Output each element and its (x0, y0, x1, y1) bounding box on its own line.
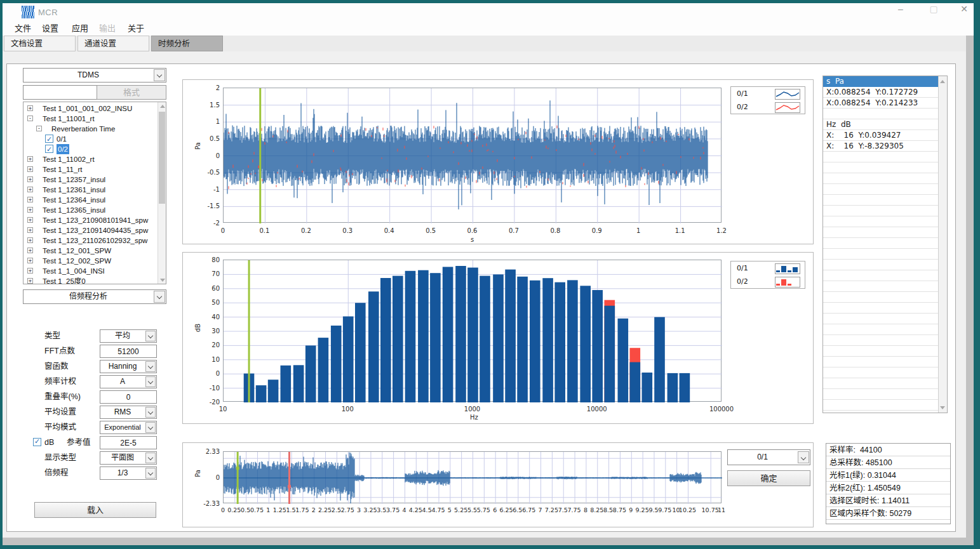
readout-row[interactable] (823, 195, 939, 206)
readout-row[interactable]: X: 16 Y:0.039427 (823, 130, 939, 141)
tree-item[interactable]: +Test 1_12_002_SPW (23, 256, 159, 266)
tree-item[interactable]: +Test 1_12357_insul (23, 175, 159, 185)
chevron-down-icon[interactable] (145, 468, 156, 479)
octave-plot[interactable] (223, 260, 722, 402)
scroll-down-arrow[interactable] (158, 276, 166, 284)
expander-minus-icon[interactable]: - (36, 126, 42, 131)
chevron-down-icon[interactable] (154, 69, 165, 81)
filter-input[interactable] (23, 85, 97, 100)
expander-plus-icon[interactable]: + (27, 268, 33, 274)
field-select-1[interactable]: 平均 (100, 329, 157, 343)
field-input-5[interactable] (100, 390, 157, 404)
close-button[interactable]: ✕ (955, 1, 974, 17)
expander-plus-icon[interactable]: + (27, 207, 33, 213)
expander-plus-icon[interactable]: + (27, 197, 33, 202)
tree-item[interactable]: +Test 1_123_211026102932_spw (23, 235, 159, 246)
overview-plot[interactable] (223, 451, 722, 503)
readout-row[interactable] (823, 109, 939, 119)
tree-item[interactable]: +Test 1_1_004_INSI (23, 266, 159, 276)
chevron-down-icon[interactable] (154, 291, 165, 303)
legend-row[interactable]: 0/1 (731, 262, 805, 275)
tree-item[interactable]: +Test 1_12_001_SPW (23, 246, 159, 256)
readout-row[interactable] (823, 184, 939, 195)
tree-item[interactable]: ✓0/1 (23, 134, 159, 144)
readout-row[interactable]: X:0.088254 Y:0.172729 (823, 87, 939, 98)
expander-plus-icon[interactable]: + (27, 217, 33, 223)
chevron-down-icon[interactable] (798, 451, 809, 463)
field-select-4[interactable]: A (100, 375, 157, 388)
scroll-up-arrow[interactable] (939, 77, 947, 85)
menu-item-3[interactable]: 应用 (69, 21, 91, 36)
chevron-down-icon[interactable] (145, 407, 156, 418)
readout-row[interactable] (823, 216, 939, 227)
scroll-down-arrow[interactable] (939, 404, 947, 411)
legend-row[interactable]: 0/2 (731, 101, 805, 114)
readout-row[interactable] (823, 238, 939, 249)
expander-plus-icon[interactable]: + (27, 105, 33, 111)
chevron-down-icon[interactable] (145, 422, 156, 433)
readout-row[interactable] (823, 378, 939, 389)
readout-row[interactable]: X: 16 Y:-8.329305 (823, 141, 939, 152)
tree-item[interactable]: ✓0/2 (23, 144, 159, 154)
tree-item[interactable]: +Test 1_12364_insul (23, 195, 159, 205)
checkbox[interactable]: ✓ (45, 135, 53, 143)
scroll-up-arrow[interactable] (158, 102, 166, 110)
chevron-down-icon[interactable] (145, 331, 156, 341)
readout-row[interactable] (823, 346, 939, 357)
tree-item[interactable]: +Test 1_123_210908101941_spw (23, 215, 159, 225)
readout-row[interactable] (823, 367, 939, 378)
tree-item[interactable]: +Test 1_12361_insul (23, 185, 159, 195)
readout-row[interactable] (823, 303, 939, 314)
confirm-button[interactable]: 确定 (727, 470, 810, 486)
expander-plus-icon[interactable]: + (27, 248, 33, 253)
field-select-7[interactable]: Exponential (100, 421, 157, 434)
readout-row[interactable] (823, 152, 939, 162)
readout-scrollbar[interactable] (938, 76, 947, 413)
expander-plus-icon[interactable]: + (27, 258, 33, 263)
expander-plus-icon[interactable]: + (27, 156, 33, 162)
readout-row[interactable] (823, 357, 939, 367)
tree-item[interactable]: +Test 1_12365_insul (23, 205, 159, 215)
expander-plus-icon[interactable]: + (27, 227, 33, 233)
file-tree[interactable]: +Test 1_001_001_002_INSU-Test 1_11001_rt… (23, 102, 166, 284)
scrollbar-thumb[interactable] (159, 112, 165, 204)
tab-2[interactable]: 通道设置 (77, 36, 149, 51)
readout-row[interactable] (823, 227, 939, 238)
format-button[interactable]: 格式 (97, 85, 166, 100)
db-checkbox[interactable]: ✓ (33, 438, 41, 446)
expander-plus-icon[interactable]: + (27, 278, 33, 284)
tree-item[interactable]: +Test 1_123_210914094435_spw (23, 225, 159, 235)
expander-plus-icon[interactable]: + (27, 176, 33, 182)
field-select-10[interactable]: 1/3 (100, 466, 157, 480)
chevron-down-icon[interactable] (145, 361, 156, 372)
maximize-button[interactable]: ▢ (924, 1, 943, 17)
chevron-down-icon[interactable] (145, 376, 156, 387)
checkbox[interactable]: ✓ (45, 145, 53, 153)
tab-3[interactable]: 时频分析 (151, 36, 223, 51)
readout-row[interactable]: s Pa (823, 76, 939, 87)
readout-row[interactable] (823, 206, 939, 216)
menu-item-1[interactable]: 文件 (12, 21, 34, 36)
readout-row[interactable] (823, 400, 939, 411)
readout-row[interactable] (823, 335, 939, 346)
menu-item-2[interactable]: 设置 (39, 21, 61, 36)
tree-item[interactable]: +Test 1_001_001_002_INSU (23, 103, 159, 114)
readout-row[interactable] (823, 314, 939, 324)
tree-item[interactable]: +Test 1_11_rt (23, 164, 159, 175)
readout-row[interactable] (823, 281, 939, 292)
legend-row[interactable]: 0/1 (731, 88, 805, 101)
time-plot[interactable] (223, 88, 722, 223)
expander-plus-icon[interactable]: + (27, 166, 33, 172)
field-input-8[interactable] (100, 436, 157, 449)
readout-row[interactable] (823, 173, 939, 184)
readout-row[interactable] (823, 389, 939, 400)
chevron-down-icon[interactable] (145, 453, 156, 463)
readout-row[interactable] (823, 292, 939, 303)
readout-row[interactable]: X:0.088254 Y:0.214233 (823, 98, 939, 109)
menu-item-4[interactable]: 输出 (97, 21, 118, 36)
readout-row[interactable] (823, 162, 939, 173)
field-input-2[interactable] (100, 345, 157, 358)
tree-scrollbar[interactable] (158, 102, 166, 284)
field-select-6[interactable]: RMS (100, 406, 157, 419)
readout-row[interactable] (823, 270, 939, 281)
